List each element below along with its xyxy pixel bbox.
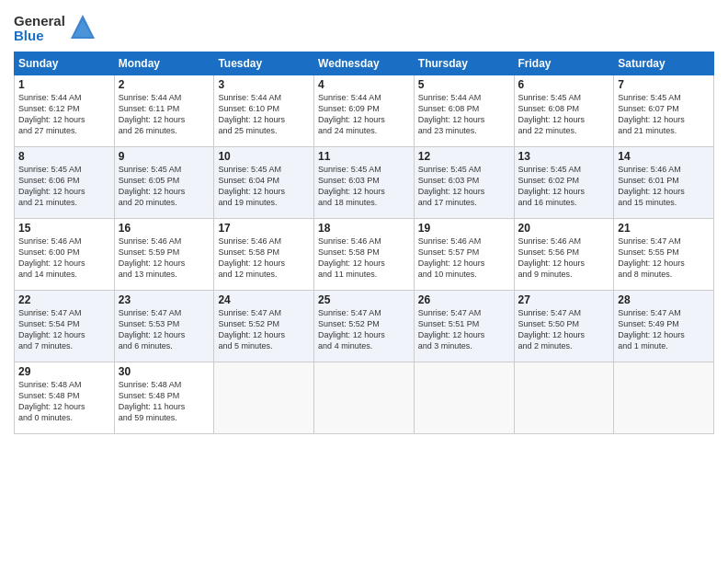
day-number: 21: [618, 222, 710, 235]
day-number: 19: [418, 222, 510, 235]
day-number: 16: [119, 222, 210, 235]
calendar-cell: 22Sunrise: 5:47 AM Sunset: 5:54 PM Dayli…: [15, 291, 115, 362]
cell-content: Sunrise: 5:45 AM Sunset: 6:08 PM Dayligh…: [518, 92, 610, 137]
header-tuesday: Tuesday: [214, 52, 314, 75]
header-saturday: Saturday: [614, 52, 714, 75]
header-sunday: Sunday: [15, 52, 115, 75]
day-number: 25: [318, 293, 410, 306]
header-thursday: Thursday: [414, 52, 514, 75]
day-number: 10: [218, 150, 310, 163]
day-number: 5: [418, 78, 510, 91]
calendar-cell: 11Sunrise: 5:45 AM Sunset: 6:03 PM Dayli…: [314, 147, 415, 219]
calendar-header-row: SundayMondayTuesdayWednesdayThursdayFrid…: [15, 52, 714, 75]
calendar-table: SundayMondayTuesdayWednesdayThursdayFrid…: [14, 52, 714, 434]
cell-content: Sunrise: 5:46 AM Sunset: 5:57 PM Dayligh…: [418, 236, 510, 281]
calendar-cell: 21Sunrise: 5:47 AM Sunset: 5:55 PM Dayli…: [614, 219, 714, 291]
day-number: 1: [18, 78, 110, 91]
cell-content: Sunrise: 5:44 AM Sunset: 6:09 PM Dayligh…: [318, 92, 410, 137]
day-number: 17: [218, 222, 310, 235]
calendar-cell: 15Sunrise: 5:46 AM Sunset: 6:00 PM Dayli…: [15, 219, 115, 291]
main-container: General Blue SundayMondayTues: [0, 0, 728, 443]
day-number: 8: [18, 150, 110, 163]
cell-content: Sunrise: 5:46 AM Sunset: 5:58 PM Dayligh…: [318, 236, 410, 281]
calendar-cell: 7Sunrise: 5:45 AM Sunset: 6:07 PM Daylig…: [614, 75, 714, 147]
cell-content: Sunrise: 5:44 AM Sunset: 6:11 PM Dayligh…: [119, 92, 210, 137]
calendar-cell: 28Sunrise: 5:47 AM Sunset: 5:49 PM Dayli…: [614, 291, 714, 362]
calendar-cell: 24Sunrise: 5:47 AM Sunset: 5:52 PM Dayli…: [214, 291, 314, 362]
calendar-cell: 25Sunrise: 5:47 AM Sunset: 5:52 PM Dayli…: [314, 291, 415, 362]
calendar-cell: 12Sunrise: 5:45 AM Sunset: 6:03 PM Dayli…: [414, 147, 514, 219]
cell-content: Sunrise: 5:44 AM Sunset: 6:12 PM Dayligh…: [18, 92, 110, 137]
calendar-cell: 10Sunrise: 5:45 AM Sunset: 6:04 PM Dayli…: [214, 147, 314, 219]
day-number: 11: [318, 150, 410, 163]
cell-content: Sunrise: 5:47 AM Sunset: 5:54 PM Dayligh…: [18, 307, 110, 352]
calendar-cell: 23Sunrise: 5:47 AM Sunset: 5:53 PM Dayli…: [114, 291, 214, 362]
header-wednesday: Wednesday: [314, 52, 415, 75]
day-number: 20: [518, 222, 610, 235]
cell-content: Sunrise: 5:44 AM Sunset: 6:08 PM Dayligh…: [418, 92, 510, 137]
calendar-cell: [414, 362, 514, 434]
calendar-cell: [514, 362, 614, 434]
day-number: 28: [618, 293, 710, 306]
cell-content: Sunrise: 5:47 AM Sunset: 5:55 PM Dayligh…: [618, 236, 710, 281]
calendar-cell: 6Sunrise: 5:45 AM Sunset: 6:08 PM Daylig…: [514, 75, 614, 147]
day-number: 9: [119, 150, 210, 163]
calendar-cell: 30Sunrise: 5:48 AM Sunset: 5:48 PM Dayli…: [114, 362, 214, 434]
logo-line2: Blue: [14, 29, 65, 44]
cell-content: Sunrise: 5:45 AM Sunset: 6:02 PM Dayligh…: [518, 164, 610, 209]
day-number: 30: [119, 365, 210, 378]
cell-content: Sunrise: 5:45 AM Sunset: 6:07 PM Dayligh…: [618, 92, 710, 137]
calendar-cell: 18Sunrise: 5:46 AM Sunset: 5:58 PM Dayli…: [314, 219, 415, 291]
day-number: 12: [418, 150, 510, 163]
cell-content: Sunrise: 5:46 AM Sunset: 6:01 PM Dayligh…: [618, 164, 710, 209]
calendar-cell: 27Sunrise: 5:47 AM Sunset: 5:50 PM Dayli…: [514, 291, 614, 362]
calendar-week-4: 22Sunrise: 5:47 AM Sunset: 5:54 PM Dayli…: [15, 291, 714, 362]
day-number: 6: [518, 78, 610, 91]
cell-content: Sunrise: 5:46 AM Sunset: 6:00 PM Dayligh…: [18, 236, 110, 281]
day-number: 2: [119, 78, 210, 91]
day-number: 22: [18, 293, 110, 306]
cell-content: Sunrise: 5:46 AM Sunset: 5:56 PM Dayligh…: [518, 236, 610, 281]
day-number: 24: [218, 293, 310, 306]
logo-icon: [69, 13, 97, 44]
cell-content: Sunrise: 5:46 AM Sunset: 5:58 PM Dayligh…: [218, 236, 310, 281]
cell-content: Sunrise: 5:45 AM Sunset: 6:03 PM Dayligh…: [318, 164, 410, 209]
cell-content: Sunrise: 5:47 AM Sunset: 5:49 PM Dayligh…: [618, 307, 710, 352]
day-number: 23: [119, 293, 210, 306]
day-number: 13: [518, 150, 610, 163]
day-number: 15: [18, 222, 110, 235]
day-number: 4: [318, 78, 410, 91]
cell-content: Sunrise: 5:45 AM Sunset: 6:05 PM Dayligh…: [119, 164, 210, 209]
calendar-cell: 8Sunrise: 5:45 AM Sunset: 6:06 PM Daylig…: [15, 147, 115, 219]
cell-content: Sunrise: 5:48 AM Sunset: 5:48 PM Dayligh…: [18, 379, 110, 424]
cell-content: Sunrise: 5:47 AM Sunset: 5:52 PM Dayligh…: [318, 307, 410, 352]
calendar-cell: 13Sunrise: 5:45 AM Sunset: 6:02 PM Dayli…: [514, 147, 614, 219]
calendar-cell: [614, 362, 714, 434]
day-number: 26: [418, 293, 510, 306]
day-number: 18: [318, 222, 410, 235]
day-number: 3: [218, 78, 310, 91]
calendar-cell: 26Sunrise: 5:47 AM Sunset: 5:51 PM Dayli…: [414, 291, 514, 362]
cell-content: Sunrise: 5:45 AM Sunset: 6:06 PM Dayligh…: [18, 164, 110, 209]
calendar-week-1: 1Sunrise: 5:44 AM Sunset: 6:12 PM Daylig…: [15, 75, 714, 147]
calendar-cell: 1Sunrise: 5:44 AM Sunset: 6:12 PM Daylig…: [15, 75, 115, 147]
cell-content: Sunrise: 5:47 AM Sunset: 5:53 PM Dayligh…: [119, 307, 210, 352]
calendar-week-5: 29Sunrise: 5:48 AM Sunset: 5:48 PM Dayli…: [15, 362, 714, 434]
day-number: 7: [618, 78, 710, 91]
calendar-cell: 14Sunrise: 5:46 AM Sunset: 6:01 PM Dayli…: [614, 147, 714, 219]
header-monday: Monday: [114, 52, 214, 75]
calendar-cell: 20Sunrise: 5:46 AM Sunset: 5:56 PM Dayli…: [514, 219, 614, 291]
calendar-cell: 5Sunrise: 5:44 AM Sunset: 6:08 PM Daylig…: [414, 75, 514, 147]
calendar-cell: 19Sunrise: 5:46 AM Sunset: 5:57 PM Dayli…: [414, 219, 514, 291]
calendar-week-2: 8Sunrise: 5:45 AM Sunset: 6:06 PM Daylig…: [15, 147, 714, 219]
calendar-cell: 17Sunrise: 5:46 AM Sunset: 5:58 PM Dayli…: [214, 219, 314, 291]
cell-content: Sunrise: 5:47 AM Sunset: 5:51 PM Dayligh…: [418, 307, 510, 352]
calendar-cell: 2Sunrise: 5:44 AM Sunset: 6:11 PM Daylig…: [114, 75, 214, 147]
header: General Blue: [14, 9, 714, 44]
cell-content: Sunrise: 5:44 AM Sunset: 6:10 PM Dayligh…: [218, 92, 310, 137]
calendar-cell: 16Sunrise: 5:46 AM Sunset: 5:59 PM Dayli…: [114, 219, 214, 291]
calendar-cell: [214, 362, 314, 434]
day-number: 27: [518, 293, 610, 306]
day-number: 14: [618, 150, 710, 163]
calendar-cell: 9Sunrise: 5:45 AM Sunset: 6:05 PM Daylig…: [114, 147, 214, 219]
